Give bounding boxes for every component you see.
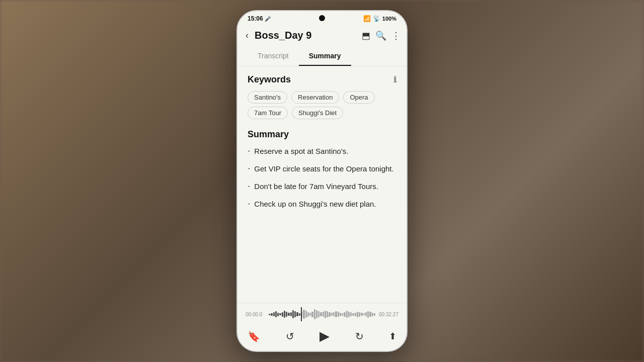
summary-text-3: Don't be late for 7am Vineyard Tours. [254, 181, 378, 192]
rewind-button[interactable]: ↺ [284, 328, 296, 344]
time-display: 15:06 [248, 15, 263, 22]
summary-title: Summary [248, 129, 289, 140]
info-icon[interactable]: ℹ [393, 75, 396, 84]
tab-summary[interactable]: Summary [299, 47, 351, 66]
keyword-chip-shuggis-diet[interactable]: Shuggi's Diet [292, 107, 343, 119]
total-time: 00:32.27 [378, 312, 398, 317]
header-icons: ⬒ 🔍 ⋮ [362, 30, 400, 41]
forward-button[interactable]: ↻ [353, 328, 366, 344]
waveform-bars [269, 309, 375, 319]
phone-screen: 15:06 🎤 📶 📡 100% ‹ Boss_Day 9 ⬒ 🔍 ⋮ Tra [236, 10, 408, 352]
timeline: 00:00.0 00:32.27 [246, 307, 398, 321]
keyword-chip-reservation[interactable]: Reservation [291, 91, 339, 104]
bullet-4: - [248, 199, 250, 208]
bookmark-button[interactable]: 🔖 [246, 328, 262, 344]
playhead [301, 307, 302, 321]
share-button[interactable]: ⬆ [387, 329, 398, 344]
keywords-row-2: 7am Tour Shuggi's Diet [248, 107, 396, 119]
camera-notch [319, 15, 325, 21]
app-header: ‹ Boss_Day 9 ⬒ 🔍 ⋮ [237, 24, 407, 47]
battery-display: 100% [382, 16, 396, 22]
summary-section: Summary - Reserve a spot at Santino's. -… [248, 129, 396, 209]
summary-header: Summary [248, 129, 396, 140]
app-title: Boss_Day 9 [255, 30, 358, 41]
tabs-container: Transcript Summary [237, 47, 407, 66]
status-icons: 📶 📡 100% [363, 15, 396, 22]
back-button[interactable]: ‹ [244, 28, 251, 43]
summary-text-1: Reserve a spot at Santino's. [254, 146, 348, 156]
phone-mockup: 15:06 🎤 📶 📡 100% ‹ Boss_Day 9 ⬒ 🔍 ⋮ Tra [236, 10, 408, 352]
summary-text-4: Check up on Shuggi's new diet plan. [254, 199, 376, 209]
summary-item-4: - Check up on Shuggi's new diet plan. [248, 199, 396, 209]
waveform[interactable] [269, 307, 375, 321]
tab-transcript[interactable]: Transcript [248, 47, 299, 66]
audio-player: 00:00.0 00:32.27 🔖 ↺ ▶ ↻ ⬆ [237, 303, 407, 351]
summary-item-1: - Reserve a spot at Santino's. [248, 146, 396, 156]
more-menu-icon[interactable]: ⋮ [391, 30, 400, 41]
keywords-title: Keywords [248, 74, 291, 85]
search-icon[interactable]: 🔍 [375, 30, 386, 41]
summary-text-2: Get VIP circle seats for the Opera tonig… [254, 163, 393, 174]
signal-icon: 📡 [373, 15, 380, 22]
save-icon[interactable]: ⬒ [362, 30, 370, 41]
summary-item-3: - Don't be late for 7am Vineyard Tours. [248, 181, 396, 192]
mic-indicator: 🎤 [265, 16, 271, 22]
keywords-row-1: Santino's Reservation Opera [248, 91, 396, 104]
keyword-chip-7am-tour[interactable]: 7am Tour [248, 107, 288, 119]
content-area: Keywords ℹ Santino's Reservation Opera 7… [237, 66, 407, 303]
keywords-section: Keywords ℹ Santino's Reservation Opera 7… [248, 74, 396, 119]
bullet-2: - [248, 164, 250, 173]
status-time: 15:06 🎤 [248, 15, 271, 22]
keywords-header: Keywords ℹ [248, 74, 396, 85]
current-time: 00:00.0 [246, 312, 266, 317]
play-button[interactable]: ▶ [317, 326, 332, 346]
bullet-3: - [248, 182, 250, 191]
summary-item-2: - Get VIP circle seats for the Opera ton… [248, 163, 396, 174]
wifi-icon: 📶 [363, 15, 371, 22]
keyword-chip-santinos[interactable]: Santino's [248, 91, 287, 104]
keyword-chip-opera[interactable]: Opera [343, 91, 374, 104]
bullet-1: - [248, 146, 250, 155]
player-controls: 🔖 ↺ ▶ ↻ ⬆ [246, 323, 398, 349]
